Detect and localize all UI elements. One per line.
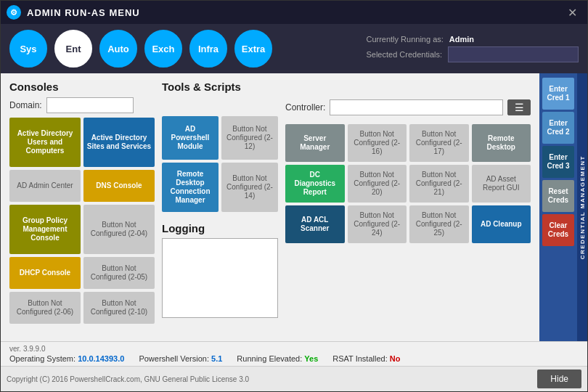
btn-212[interactable]: Button Not Configured (2-12) — [221, 116, 278, 160]
version-text: ver. 3.9.9.0 — [9, 345, 579, 353]
nav-exch[interactable]: Exch — [144, 30, 182, 68]
os-label: Operating System: — [9, 354, 75, 363]
currently-running-value: Admin — [449, 35, 474, 44]
domain-label: Domain: — [9, 100, 42, 110]
tools-title: Tools & Scripts — [162, 81, 278, 93]
os-value: 10.0.14393.0 — [78, 354, 124, 363]
server-section: Controller: ☰ Server Manager Button Not … — [285, 81, 531, 334]
logging-title: Logging — [162, 222, 205, 234]
btn-ad-admin[interactable]: AD Admin Center — [9, 170, 81, 202]
ps-value: 5.1 — [211, 354, 222, 363]
btn-dhcp[interactable]: DHCP Console — [9, 257, 81, 289]
cred-vertical-label: CREDENTIAL MANAGEMENT — [577, 73, 587, 341]
btn-221[interactable]: Button Not Configured (2-21) — [409, 165, 469, 203]
btn-ad-cleanup[interactable]: AD Cleanup — [472, 205, 531, 243]
btn-206[interactable]: Button Not Configured (2-06) — [9, 292, 81, 324]
app-icon: ⚙ — [7, 5, 21, 20]
elev-status: Running Elevated: Yes — [237, 354, 318, 363]
main-content: Consoles Domain: Active Directory Users … — [1, 73, 587, 341]
btn-214[interactable]: Button Not Configured (2-14) — [221, 163, 278, 212]
cred-sidebar-wrapper: Enter Cred 1 Enter Cred 2 Enter Cred 3 R… — [539, 73, 587, 341]
nav-auto[interactable]: Auto — [99, 30, 137, 68]
elev-value: Yes — [304, 354, 318, 363]
enter-cred-3-btn[interactable]: Enter Cred 3 — [542, 146, 574, 178]
btn-gpmc[interactable]: Group Policy Management Console — [9, 205, 81, 254]
controller-row: Controller: ☰ — [285, 99, 531, 115]
app-title: ADMIN RUN-AS MENU — [27, 7, 563, 18]
hide-button[interactable]: Hide — [537, 369, 581, 388]
reset-creds-btn[interactable]: Reset Creds — [542, 180, 574, 212]
ps-status: Powershell Version: 5.1 — [139, 354, 222, 363]
credential-status: Currently Running as: Admin Selected Cre… — [366, 35, 579, 62]
clear-creds-btn[interactable]: Clear Creds — [542, 214, 574, 246]
ps-label: Powershell Version: — [139, 354, 209, 363]
status-bar: ver. 3.9.9.0 Operating System: 10.0.1439… — [1, 341, 587, 366]
selected-creds-label: Selected Credentials: — [366, 50, 442, 59]
btn-dns[interactable]: DNS Console — [83, 170, 155, 202]
controller-input[interactable] — [330, 99, 503, 115]
btn-217[interactable]: Button Not Configured (2-17) — [409, 124, 469, 162]
btn-225[interactable]: Button Not Configured (2-25) — [409, 205, 469, 243]
domain-input[interactable] — [46, 97, 134, 113]
currently-running-label: Currently Running as: — [366, 35, 443, 44]
tools-section: Tools & Scripts AD Powershell Module But… — [162, 81, 278, 334]
btn-server-mgr[interactable]: Server Manager — [285, 124, 345, 162]
elev-label: Running Elevated: — [237, 354, 302, 363]
sections-row: Consoles Domain: Active Directory Users … — [9, 81, 531, 334]
nav-extra[interactable]: Extra — [234, 30, 272, 68]
rsat-status: RSAT Installed: No — [332, 354, 400, 363]
rsat-label: RSAT Installed: — [332, 354, 387, 363]
btn-adss[interactable]: Active Directory Sites and Services — [83, 118, 155, 167]
nav-bar: Sys Ent Auto Exch Infra Extra Currently … — [1, 24, 587, 73]
status-row: Operating System: 10.0.14393.0 Powershel… — [9, 354, 579, 363]
app-window: ⚙ ADMIN RUN-AS MENU ✕ Sys Ent Auto Exch … — [0, 0, 588, 392]
title-bar: ⚙ ADMIN RUN-AS MENU ✕ — [1, 1, 587, 24]
domain-row: Domain: — [9, 97, 155, 113]
btn-remote-desktop[interactable]: Remote Desktop — [472, 124, 531, 162]
copyright-text: Copyright (C) 2016 PowershellCrack.com, … — [7, 375, 537, 383]
enter-cred-1-btn[interactable]: Enter Cred 1 — [542, 78, 574, 110]
close-button[interactable]: ✕ — [563, 4, 581, 21]
btn-dc-diag[interactable]: DC Diagnostics Report — [285, 165, 345, 203]
nav-sys[interactable]: Sys — [9, 30, 47, 68]
consoles-section: Consoles Domain: Active Directory Users … — [9, 81, 155, 334]
btn-220[interactable]: Button Not Configured (2-20) — [348, 165, 407, 203]
controller-label: Controller: — [285, 102, 325, 113]
selected-creds-input[interactable] — [448, 46, 579, 62]
btn-ad-ps[interactable]: AD Powershell Module — [162, 116, 219, 160]
os-status: Operating System: 10.0.14393.0 — [9, 354, 124, 363]
btn-ad-acl[interactable]: AD ACL Scanner — [285, 205, 345, 243]
btn-rdcm[interactable]: Remote Desktop Connection Manager — [162, 163, 219, 212]
cred-sidebar: Enter Cred 1 Enter Cred 2 Enter Cred 3 R… — [539, 73, 577, 341]
btn-210[interactable]: Button Not Configured (2-10) — [83, 292, 155, 324]
list-icon-button[interactable]: ☰ — [507, 99, 531, 115]
cred-label-text: CREDENTIAL MANAGEMENT — [579, 155, 586, 259]
btn-205[interactable]: Button Not Configured (2-05) — [83, 257, 155, 289]
content-area: Consoles Domain: Active Directory Users … — [1, 73, 539, 341]
btn-ad-asset[interactable]: AD Asset Report GUI — [472, 165, 531, 203]
nav-ent[interactable]: Ent — [54, 30, 92, 68]
btn-216[interactable]: Button Not Configured (2-16) — [348, 124, 407, 162]
logging-area — [162, 238, 278, 318]
enter-cred-2-btn[interactable]: Enter Cred 2 — [542, 112, 574, 144]
btn-aduc[interactable]: Active Directory Users and Computers — [9, 118, 81, 167]
btn-204[interactable]: Button Not Configured (2-04) — [83, 205, 155, 254]
bottom-bar: Copyright (C) 2016 PowershellCrack.com, … — [1, 366, 587, 391]
btn-224[interactable]: Button Not Configured (2-24) — [348, 205, 407, 243]
rsat-value: No — [390, 354, 401, 363]
consoles-title: Consoles — [9, 81, 155, 93]
nav-infra[interactable]: Infra — [189, 30, 227, 68]
